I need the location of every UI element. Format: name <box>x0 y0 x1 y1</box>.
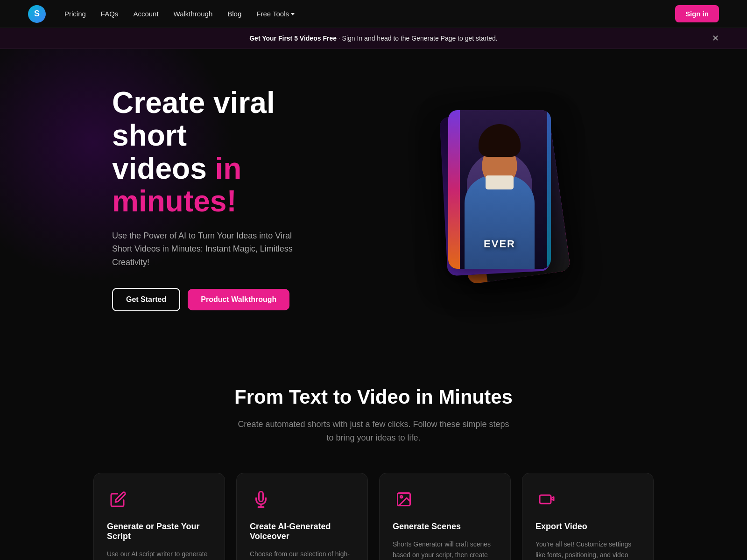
video-card-container: EVER <box>439 110 570 287</box>
feature-card-voiceover-title: Create AI-Generated Voiceover <box>250 522 354 541</box>
features-grid: Generate or Paste Your Script Use our AI… <box>93 473 654 560</box>
hero-content: Create viral short videos in minutes! Us… <box>112 86 355 311</box>
nav-links: Pricing FAQs Account Walkthrough Blog Fr… <box>64 10 675 18</box>
brand-logo[interactable]: S <box>28 5 46 23</box>
hero-subtitle: Use the Power of AI to Turn Your Ideas i… <box>112 229 308 269</box>
nav-account[interactable]: Account <box>133 10 158 18</box>
image-icon <box>393 488 415 511</box>
nav-free-tools-dropdown[interactable]: Free Tools <box>256 10 295 18</box>
sign-in-button[interactable]: Sign in <box>675 5 719 22</box>
features-section: From Text to Video in Minutes Create aut… <box>0 349 747 560</box>
hero-section: Create viral short videos in minutes! Us… <box>0 49 747 349</box>
feature-card-script: Generate or Paste Your Script Use our AI… <box>93 473 225 560</box>
video-text-overlay: EVER <box>484 238 515 250</box>
banner-text: Get Your First 5 Videos Free · Sign In a… <box>249 35 498 42</box>
feature-card-voiceover: Create AI-Generated Voiceover Choose fro… <box>236 473 368 560</box>
hero-visual: EVER <box>355 110 654 287</box>
hero-title: Create viral short videos in minutes! <box>112 86 355 218</box>
promo-banner: Get Your First 5 Videos Free · Sign In a… <box>0 28 747 49</box>
video-card-front: EVER <box>448 110 551 269</box>
feature-card-voiceover-text: Choose from our selection of high-qualit… <box>250 549 354 560</box>
banner-strong: Get Your First 5 Videos Free <box>249 35 337 42</box>
hero-title-line1: Create viral short <box>112 86 275 152</box>
get-started-button[interactable]: Get Started <box>112 288 180 311</box>
video-icon <box>536 488 558 511</box>
feature-card-export: Export Video You're all set! Customize s… <box>522 473 654 560</box>
nav-walkthrough[interactable]: Walkthrough <box>174 10 213 18</box>
pencil-icon <box>107 488 129 511</box>
nav-blog[interactable]: Blog <box>227 10 241 18</box>
feature-card-scenes-text: Shorts Generator will craft scenes based… <box>393 539 497 560</box>
hero-buttons: Get Started Product Walkthrough <box>112 288 355 311</box>
feature-card-script-text: Use our AI script writer to generate a s… <box>107 549 211 560</box>
banner-close-button[interactable]: ✕ <box>712 34 719 42</box>
nav-right: Sign in <box>675 5 719 22</box>
features-title: From Text to Video in Minutes <box>28 386 719 408</box>
feature-card-export-title: Export Video <box>536 522 640 532</box>
features-subtitle: Create automated shorts with just a few … <box>233 418 514 445</box>
svg-rect-4 <box>540 495 551 504</box>
logo-text: S <box>34 9 40 19</box>
feature-card-export-text: You're all set! Customize settings like … <box>536 539 640 560</box>
feature-card-script-title: Generate or Paste Your Script <box>107 522 211 541</box>
svg-point-3 <box>401 496 403 498</box>
video-card-inner-front: EVER <box>448 110 551 269</box>
navbar: S Pricing FAQs Account Walkthrough Blog … <box>0 0 747 28</box>
hero-title-line2: videos <box>112 152 215 185</box>
feature-card-scenes-title: Generate Scenes <box>393 522 497 532</box>
feature-card-scenes: Generate Scenes Shorts Generator will cr… <box>379 473 511 560</box>
nav-pricing[interactable]: Pricing <box>64 10 86 18</box>
product-walkthrough-button[interactable]: Product Walkthrough <box>188 289 289 310</box>
microphone-icon <box>250 488 272 511</box>
banner-rest: · Sign In and head to the Generate Page … <box>337 35 498 42</box>
chevron-down-icon <box>291 13 295 15</box>
nav-faqs[interactable]: FAQs <box>101 10 119 18</box>
